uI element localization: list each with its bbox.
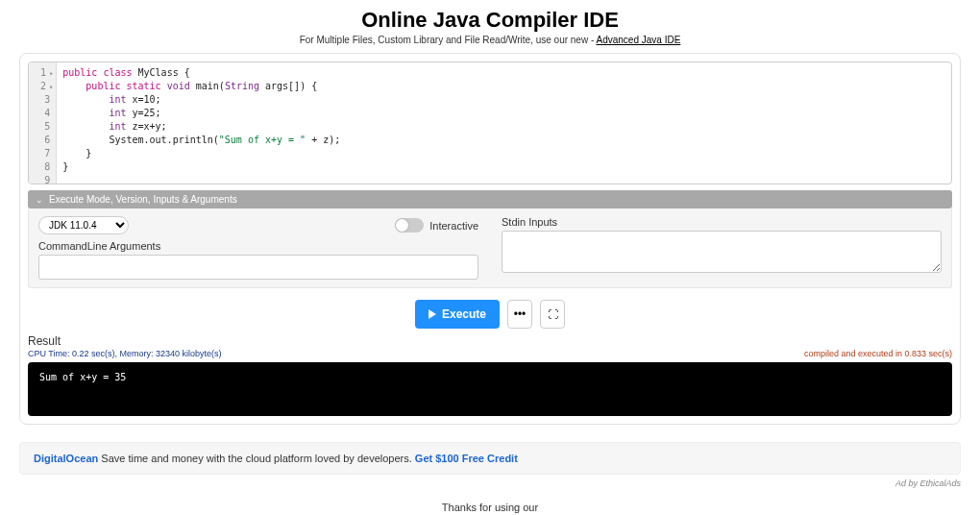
more-button[interactable]: ••• [507, 300, 532, 329]
interactive-label: Interactive [429, 220, 478, 232]
cmdline-input[interactable] [38, 255, 478, 280]
ad-text: Save time and money with the cloud platf… [98, 453, 415, 464]
ad-cta[interactable]: Get $100 Free Credit [415, 453, 518, 464]
play-icon [429, 309, 436, 319]
more-icon: ••• [514, 307, 527, 321]
cpu-mem-stats: CPU Time: 0.22 sec(s), Memory: 32340 kil… [28, 349, 222, 358]
interactive-toggle[interactable] [395, 218, 424, 233]
code-editor[interactable]: 123456789 public class MyClass { public … [28, 61, 952, 184]
ad-banner[interactable]: DigitalOcean Save time and money with th… [19, 442, 961, 475]
stdin-label: Stdin Inputs [502, 216, 942, 228]
page-header: Online Java Compiler IDE For Multiple Fi… [19, 8, 961, 45]
footer: Thanks for using our Online Java Compile… [19, 502, 961, 515]
ad-attribution[interactable]: Ad by EthicalAds [19, 478, 961, 488]
compile-time-stats: compiled and executed in 0.833 sec(s) [804, 349, 952, 358]
output-console[interactable]: Sum of x+y = 35 [28, 362, 952, 416]
line-gutter: 123456789 [29, 62, 57, 184]
action-row: Execute ••• ⛶ [28, 300, 952, 329]
advanced-ide-link[interactable]: Advanced Java IDE [597, 35, 681, 45]
ad-brand: DigitalOcean [34, 453, 98, 464]
fullscreen-button[interactable]: ⛶ [540, 300, 565, 329]
result-stats: CPU Time: 0.22 sec(s), Memory: 32340 kil… [28, 349, 952, 358]
fullscreen-icon: ⛶ [548, 308, 558, 320]
stdin-input[interactable] [502, 231, 942, 273]
result-heading: Result [28, 334, 952, 348]
options-panel: JDK 11.0.4 Interactive CommandLine Argum… [28, 208, 952, 288]
main-panel: 123456789 public class MyClass { public … [19, 53, 961, 425]
cmdline-label: CommandLine Arguments [38, 240, 478, 252]
jdk-version-select[interactable]: JDK 11.0.4 [38, 216, 129, 234]
execute-button[interactable]: Execute [415, 300, 500, 329]
chevron-down-icon: ⌄ [36, 195, 43, 205]
code-area[interactable]: public class MyClass { public static voi… [57, 62, 951, 184]
page-subtitle: For Multiple Files, Custom Library and F… [19, 35, 961, 45]
page-title: Online Java Compiler IDE [19, 8, 961, 33]
options-toggle-bar[interactable]: ⌄ Execute Mode, Version, Inputs & Argume… [28, 190, 952, 208]
